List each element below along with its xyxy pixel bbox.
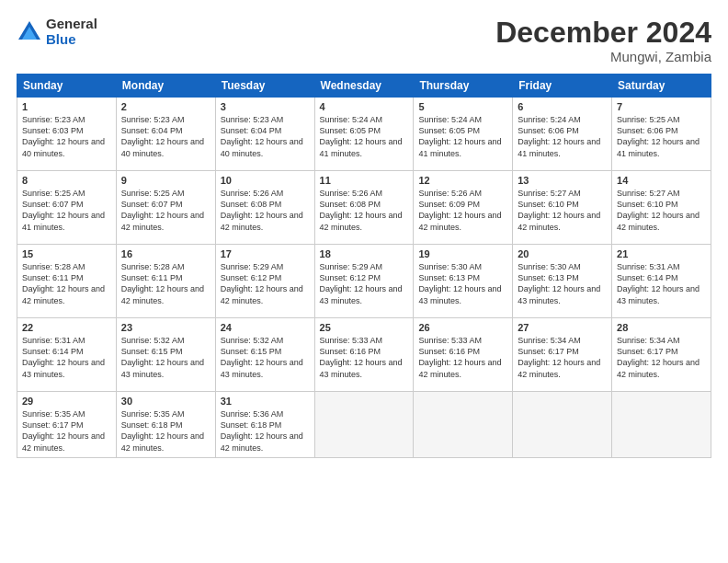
day-number: 16 — [121, 248, 210, 259]
day-info: Sunrise: 5:32 AM Sunset: 6:15 PM Dayligh… — [121, 335, 210, 380]
day-number: 14 — [617, 175, 706, 186]
day-number: 5 — [418, 101, 507, 112]
calendar-cell: 25 Sunrise: 5:33 AM Sunset: 6:16 PM Dayl… — [314, 318, 414, 392]
col-monday: Monday — [116, 75, 215, 98]
day-number: 8 — [22, 175, 111, 186]
calendar-cell — [612, 392, 711, 458]
day-info: Sunrise: 5:25 AM Sunset: 6:07 PM Dayligh… — [22, 188, 111, 233]
day-info: Sunrise: 5:27 AM Sunset: 6:10 PM Dayligh… — [617, 188, 706, 233]
day-number: 20 — [518, 248, 607, 259]
calendar-cell: 31 Sunrise: 5:36 AM Sunset: 6:18 PM Dayl… — [215, 392, 314, 458]
calendar-cell — [314, 392, 414, 458]
day-number: 3 — [221, 101, 310, 112]
day-number: 28 — [617, 322, 706, 333]
day-info: Sunrise: 5:24 AM Sunset: 6:06 PM Dayligh… — [518, 114, 607, 159]
calendar-cell: 15 Sunrise: 5:28 AM Sunset: 6:11 PM Dayl… — [17, 245, 117, 318]
day-number: 9 — [121, 175, 210, 186]
calendar-cell: 8 Sunrise: 5:25 AM Sunset: 6:07 PM Dayli… — [17, 171, 117, 245]
day-number: 15 — [22, 248, 111, 259]
day-info: Sunrise: 5:28 AM Sunset: 6:11 PM Dayligh… — [22, 261, 111, 306]
day-number: 21 — [617, 248, 706, 259]
logo-icon — [17, 19, 42, 45]
day-number: 17 — [221, 248, 310, 259]
day-info: Sunrise: 5:33 AM Sunset: 6:16 PM Dayligh… — [320, 335, 409, 380]
day-number: 11 — [320, 175, 409, 186]
calendar-cell: 10 Sunrise: 5:26 AM Sunset: 6:08 PM Dayl… — [215, 171, 314, 245]
title-block: December 2024 Mungwi, Zambia — [495, 17, 711, 64]
day-number: 27 — [518, 322, 607, 333]
location: Mungwi, Zambia — [495, 49, 711, 64]
day-info: Sunrise: 5:33 AM Sunset: 6:16 PM Dayligh… — [418, 335, 507, 380]
calendar-body: 1 Sunrise: 5:23 AM Sunset: 6:03 PM Dayli… — [17, 98, 711, 458]
calendar-cell: 9 Sunrise: 5:25 AM Sunset: 6:07 PM Dayli… — [116, 171, 215, 245]
logo-general-text: General — [46, 17, 97, 32]
day-number: 4 — [320, 101, 409, 112]
logo-blue-text: Blue — [46, 32, 97, 48]
calendar-cell: 16 Sunrise: 5:28 AM Sunset: 6:11 PM Dayl… — [116, 245, 215, 318]
day-info: Sunrise: 5:32 AM Sunset: 6:15 PM Dayligh… — [221, 335, 310, 380]
day-info: Sunrise: 5:30 AM Sunset: 6:13 PM Dayligh… — [518, 261, 607, 306]
calendar-week-2: 15 Sunrise: 5:28 AM Sunset: 6:11 PM Dayl… — [17, 245, 711, 318]
day-info: Sunrise: 5:29 AM Sunset: 6:12 PM Dayligh… — [320, 261, 409, 306]
calendar-cell: 17 Sunrise: 5:29 AM Sunset: 6:12 PM Dayl… — [215, 245, 314, 318]
calendar-cell: 7 Sunrise: 5:25 AM Sunset: 6:06 PM Dayli… — [612, 98, 711, 171]
day-info: Sunrise: 5:27 AM Sunset: 6:10 PM Dayligh… — [518, 188, 607, 233]
day-number: 26 — [418, 322, 507, 333]
calendar-cell: 12 Sunrise: 5:26 AM Sunset: 6:09 PM Dayl… — [414, 171, 513, 245]
calendar-cell: 28 Sunrise: 5:34 AM Sunset: 6:17 PM Dayl… — [612, 318, 711, 392]
calendar-cell: 27 Sunrise: 5:34 AM Sunset: 6:17 PM Dayl… — [513, 318, 612, 392]
calendar-cell: 11 Sunrise: 5:26 AM Sunset: 6:08 PM Dayl… — [314, 171, 414, 245]
calendar-week-4: 29 Sunrise: 5:35 AM Sunset: 6:17 PM Dayl… — [17, 392, 711, 458]
day-info: Sunrise: 5:26 AM Sunset: 6:08 PM Dayligh… — [320, 188, 409, 233]
day-number: 19 — [418, 248, 507, 259]
page: General Blue December 2024 Mungwi, Zambi… — [0, 0, 728, 563]
calendar-cell: 30 Sunrise: 5:35 AM Sunset: 6:18 PM Dayl… — [116, 392, 215, 458]
day-number: 13 — [518, 175, 607, 186]
calendar-table: Sunday Monday Tuesday Wednesday Thursday… — [17, 74, 711, 458]
day-info: Sunrise: 5:35 AM Sunset: 6:17 PM Dayligh… — [22, 408, 111, 454]
day-info: Sunrise: 5:31 AM Sunset: 6:14 PM Dayligh… — [22, 335, 111, 380]
day-number: 30 — [121, 396, 210, 407]
logo-text: General Blue — [46, 17, 97, 47]
logo: General Blue — [17, 17, 97, 47]
col-sunday: Sunday — [17, 75, 117, 98]
day-number: 29 — [22, 396, 111, 407]
day-info: Sunrise: 5:25 AM Sunset: 6:07 PM Dayligh… — [121, 188, 210, 233]
col-tuesday: Tuesday — [215, 75, 314, 98]
calendar-cell — [414, 392, 513, 458]
day-number: 2 — [121, 101, 210, 112]
day-number: 18 — [320, 248, 409, 259]
calendar-cell: 21 Sunrise: 5:31 AM Sunset: 6:14 PM Dayl… — [612, 245, 711, 318]
month-title: December 2024 — [495, 17, 711, 49]
day-number: 6 — [518, 101, 607, 112]
calendar-cell: 6 Sunrise: 5:24 AM Sunset: 6:06 PM Dayli… — [513, 98, 612, 171]
day-number: 7 — [617, 101, 706, 112]
calendar-cell: 22 Sunrise: 5:31 AM Sunset: 6:14 PM Dayl… — [17, 318, 117, 392]
day-info: Sunrise: 5:24 AM Sunset: 6:05 PM Dayligh… — [418, 114, 507, 159]
calendar-cell: 1 Sunrise: 5:23 AM Sunset: 6:03 PM Dayli… — [17, 98, 117, 171]
day-number: 12 — [418, 175, 507, 186]
calendar-cell: 26 Sunrise: 5:33 AM Sunset: 6:16 PM Dayl… — [414, 318, 513, 392]
calendar-cell — [513, 392, 612, 458]
calendar-cell: 3 Sunrise: 5:23 AM Sunset: 6:04 PM Dayli… — [215, 98, 314, 171]
header-row: Sunday Monday Tuesday Wednesday Thursday… — [17, 75, 711, 98]
calendar-cell: 5 Sunrise: 5:24 AM Sunset: 6:05 PM Dayli… — [414, 98, 513, 171]
day-info: Sunrise: 5:26 AM Sunset: 6:08 PM Dayligh… — [221, 188, 310, 233]
col-friday: Friday — [513, 75, 612, 98]
day-info: Sunrise: 5:28 AM Sunset: 6:11 PM Dayligh… — [121, 261, 210, 306]
day-info: Sunrise: 5:35 AM Sunset: 6:18 PM Dayligh… — [121, 408, 210, 454]
calendar-cell: 14 Sunrise: 5:27 AM Sunset: 6:10 PM Dayl… — [612, 171, 711, 245]
day-info: Sunrise: 5:24 AM Sunset: 6:05 PM Dayligh… — [320, 114, 409, 159]
day-info: Sunrise: 5:23 AM Sunset: 6:04 PM Dayligh… — [121, 114, 210, 159]
calendar-cell: 24 Sunrise: 5:32 AM Sunset: 6:15 PM Dayl… — [215, 318, 314, 392]
day-info: Sunrise: 5:36 AM Sunset: 6:18 PM Dayligh… — [221, 408, 310, 454]
col-saturday: Saturday — [612, 75, 711, 98]
day-number: 24 — [221, 322, 310, 333]
calendar-week-3: 22 Sunrise: 5:31 AM Sunset: 6:14 PM Dayl… — [17, 318, 711, 392]
calendar-cell: 29 Sunrise: 5:35 AM Sunset: 6:17 PM Dayl… — [17, 392, 117, 458]
calendar-week-0: 1 Sunrise: 5:23 AM Sunset: 6:03 PM Dayli… — [17, 98, 711, 171]
day-info: Sunrise: 5:23 AM Sunset: 6:04 PM Dayligh… — [221, 114, 310, 159]
col-wednesday: Wednesday — [314, 75, 414, 98]
day-number: 25 — [320, 322, 409, 333]
day-number: 23 — [121, 322, 210, 333]
